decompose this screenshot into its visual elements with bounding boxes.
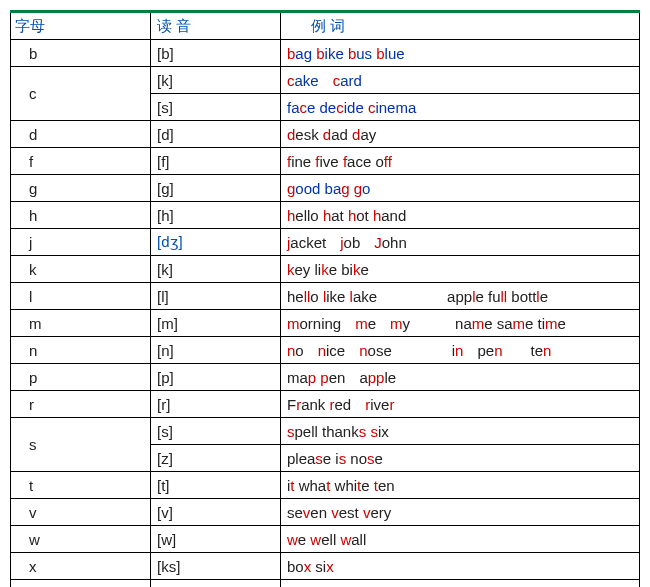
pronunciation-cell: [j]: [151, 580, 281, 588]
header-pronunciation: 读 音: [151, 12, 281, 40]
pronunciation-cell: [r]: [151, 391, 281, 418]
table-row: t[t]it what white ten: [11, 472, 640, 499]
letter-cell: y: [11, 580, 151, 588]
header-letter: 字母: [11, 12, 151, 40]
table-row: m[m]morningmemyname same time: [11, 310, 640, 337]
examples-cell: face decide cinema: [281, 94, 640, 121]
examples-cell: please is nose: [281, 445, 640, 472]
table-row: x[ks]box six: [11, 553, 640, 580]
examples-cell: desk dad day: [281, 121, 640, 148]
table-row: c[k]cakecard: [11, 67, 640, 94]
examples-cell: nonicenoseinpenten: [281, 337, 640, 364]
phonics-table-wrap: 字母 读 音 例 词 b[b]bag bike bus bluec[k]cake…: [10, 10, 640, 587]
letter-cell: f: [11, 148, 151, 175]
table-row: l[l]hello like lakeapple full bottle: [11, 283, 640, 310]
letter-cell: x: [11, 553, 151, 580]
letter-cell: j: [11, 229, 151, 256]
letter-cell: k: [11, 256, 151, 283]
pronunciation-cell: [h]: [151, 202, 281, 229]
table-row: f[f]fine five face off: [11, 148, 640, 175]
pronunciation-cell: [ks]: [151, 553, 281, 580]
letter-cell: v: [11, 499, 151, 526]
table-row: w[w]we well wall: [11, 526, 640, 553]
examples-cell: jacketjobJohn: [281, 229, 640, 256]
letter-cell: d: [11, 121, 151, 148]
examples-cell: hello like lakeapple full bottle: [281, 283, 640, 310]
examples-cell: Frank redriver: [281, 391, 640, 418]
letter-cell: r: [11, 391, 151, 418]
pronunciation-cell: [v]: [151, 499, 281, 526]
examples-cell: fine five face off: [281, 148, 640, 175]
table-row: p[p]map penapple: [11, 364, 640, 391]
pronunciation-cell: [l]: [151, 283, 281, 310]
table-row: v[v]seven vest very: [11, 499, 640, 526]
table-row: h[h]hello hat hot hand: [11, 202, 640, 229]
header-row: 字母 读 音 例 词: [11, 12, 640, 40]
table-row: r[r]Frank redriver: [11, 391, 640, 418]
header-examples: 例 词: [281, 12, 640, 40]
letter-cell: h: [11, 202, 151, 229]
letter-cell: n: [11, 337, 151, 364]
table-row: d[d]desk dad day: [11, 121, 640, 148]
examples-cell: map penapple: [281, 364, 640, 391]
examples-cell: box six: [281, 553, 640, 580]
table-row: n[n]nonicenoseinpenten: [11, 337, 640, 364]
examples-cell: hello hat hot hand: [281, 202, 640, 229]
phonics-table: 字母 读 音 例 词 b[b]bag bike bus bluec[k]cake…: [10, 10, 640, 587]
letter-cell: m: [11, 310, 151, 337]
table-row: g[g]good bag go: [11, 175, 640, 202]
table-row: s[s]spell thanks six: [11, 418, 640, 445]
pronunciation-cell: [s]: [151, 94, 281, 121]
pronunciation-cell: [n]: [151, 337, 281, 364]
examples-cell: morningmemyname same time: [281, 310, 640, 337]
letter-cell: w: [11, 526, 151, 553]
pronunciation-cell: [d]: [151, 121, 281, 148]
letter-cell: c: [11, 67, 151, 121]
letter-cell: s: [11, 418, 151, 472]
pronunciation-cell: [g]: [151, 175, 281, 202]
examples-cell: key like bike: [281, 256, 640, 283]
examples-cell: it what white ten: [281, 472, 640, 499]
table-row: k[k]key like bike: [11, 256, 640, 283]
pronunciation-cell: [k]: [151, 256, 281, 283]
pronunciation-cell: [p]: [151, 364, 281, 391]
letter-cell: g: [11, 175, 151, 202]
pronunciation-cell: [f]: [151, 148, 281, 175]
examples-cell: bag bike bus blue: [281, 40, 640, 67]
examples-cell: good bag go: [281, 175, 640, 202]
table-row: j[dʒ]jacketjobJohn: [11, 229, 640, 256]
letter-cell: t: [11, 472, 151, 499]
pronunciation-cell: [k]: [151, 67, 281, 94]
pronunciation-cell: [m]: [151, 310, 281, 337]
examples-cell: you yellow yes: [281, 580, 640, 588]
pronunciation-cell: [s]: [151, 418, 281, 445]
examples-cell: spell thanks six: [281, 418, 640, 445]
pronunciation-cell: [z]: [151, 445, 281, 472]
examples-cell: cakecard: [281, 67, 640, 94]
table-row: b[b]bag bike bus blue: [11, 40, 640, 67]
letter-cell: b: [11, 40, 151, 67]
pronunciation-cell: [b]: [151, 40, 281, 67]
pronunciation-cell: [w]: [151, 526, 281, 553]
table-row: y[j]you yellow yes: [11, 580, 640, 588]
pronunciation-cell: [t]: [151, 472, 281, 499]
examples-cell: we well wall: [281, 526, 640, 553]
pronunciation-cell: [dʒ]: [151, 229, 281, 256]
letter-cell: l: [11, 283, 151, 310]
examples-cell: seven vest very: [281, 499, 640, 526]
letter-cell: p: [11, 364, 151, 391]
